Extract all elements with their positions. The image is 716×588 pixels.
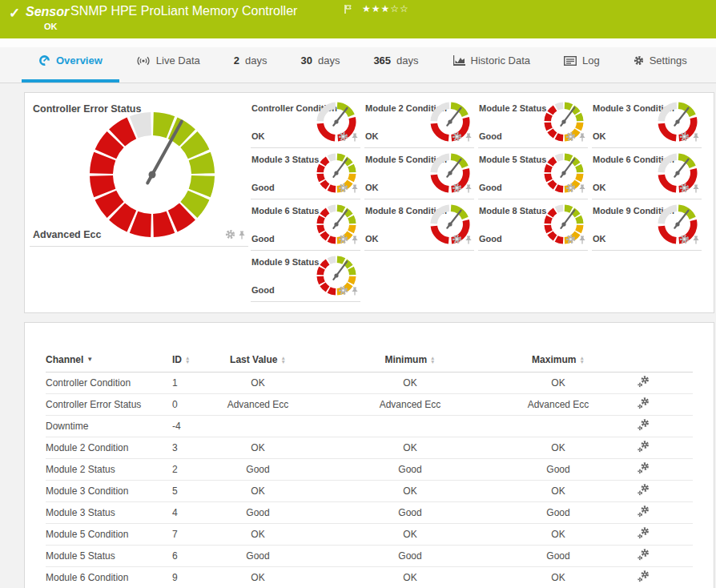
gauge-cell-module-2-status[interactable]: Module 2 StatusGood <box>478 97 588 148</box>
gauge-value: Good <box>479 183 502 192</box>
channel-settings-icon[interactable] <box>637 488 650 499</box>
last-value-cell: Good <box>218 545 298 566</box>
gauge-cell-module-8-status[interactable]: Module 8 StatusGood <box>478 199 588 251</box>
pin-icon[interactable] <box>351 182 359 196</box>
pin-icon[interactable] <box>351 233 359 248</box>
gauge-cell-module-5-condition[interactable]: Module 5 ConditionOK <box>364 148 474 199</box>
column-header-channel[interactable]: Channel▼ <box>46 348 172 372</box>
gear-icon[interactable] <box>338 233 348 248</box>
gear-icon[interactable] <box>679 182 690 196</box>
tab-live-data[interactable]: Live Data <box>119 38 217 83</box>
gear-icon[interactable] <box>565 131 576 145</box>
pin-icon[interactable] <box>692 131 700 145</box>
table-row: Controller Condition1OKOKOK <box>46 372 693 393</box>
pin-icon[interactable] <box>578 233 586 248</box>
last-value-cell: OK <box>218 437 298 458</box>
channel-settings-icon[interactable] <box>637 574 650 586</box>
gauge-cell-module-9-condition[interactable]: Module 9 ConditionOK <box>592 199 702 251</box>
tab-days[interactable]: 2days <box>217 38 284 83</box>
channel-table-body: Controller Condition1OKOKOKController Er… <box>46 372 693 588</box>
gauge-cell-module-8-condition[interactable]: Module 8 ConditionOK <box>364 199 474 251</box>
id-cell: 0 <box>172 393 218 415</box>
gauge-actions <box>565 131 586 145</box>
gauge-cell-module-3-condition[interactable]: Module 3 ConditionOK <box>592 97 702 148</box>
minimum-cell: Good <box>298 545 522 566</box>
pin-icon[interactable] <box>692 182 700 196</box>
last-value-cell <box>218 415 298 437</box>
pin-icon[interactable] <box>578 182 586 196</box>
pin-icon[interactable] <box>578 131 586 145</box>
sort-both-icon: ▲▼ <box>430 356 435 364</box>
channel-settings-icon[interactable] <box>637 445 650 456</box>
gear-icon[interactable] <box>338 284 348 299</box>
minimum-cell: OK <box>298 372 522 393</box>
tab-label: days <box>318 54 340 66</box>
channel-settings-icon[interactable] <box>637 380 650 391</box>
gauge-cell-module-6-condition[interactable]: Module 6 ConditionOK <box>592 148 702 199</box>
id-cell: -4 <box>172 415 218 437</box>
column-header-last-value[interactable]: Last Value▲▼ <box>218 348 298 372</box>
flag-icon[interactable] <box>344 2 352 17</box>
tab-label: days <box>396 54 418 66</box>
tab-days[interactable]: 30days <box>284 38 356 83</box>
id-cell: 4 <box>172 501 218 523</box>
channel-cell: Controller Condition <box>46 372 172 393</box>
channel-settings-icon[interactable] <box>637 401 650 413</box>
gear-icon[interactable] <box>679 131 690 145</box>
column-header-maximum[interactable]: Maximum▲▼ <box>522 348 594 372</box>
tab-historic-data[interactable]: Historic Data <box>436 38 547 83</box>
channel-cell: Controller Error Status <box>46 393 172 415</box>
gear-icon[interactable] <box>452 182 462 196</box>
gauge-title: Module 3 Status <box>251 155 319 164</box>
gear-icon[interactable] <box>565 233 576 248</box>
tab-number: 365 <box>373 54 391 66</box>
tab-settings[interactable]: Settings <box>617 38 704 83</box>
pin-icon[interactable] <box>351 284 359 299</box>
channel-settings-icon[interactable] <box>637 531 650 542</box>
last-value-cell: Good <box>218 501 298 523</box>
pin-icon[interactable] <box>692 233 700 248</box>
gauge-cell-module-5-status[interactable]: Module 5 StatusGood <box>478 148 588 199</box>
id-cell: 9 <box>172 566 218 588</box>
gear-icon[interactable] <box>338 131 348 145</box>
gear-icon[interactable] <box>565 182 576 196</box>
channel-settings-icon[interactable] <box>637 423 650 434</box>
gauge-value: OK <box>593 234 606 244</box>
gauge-value: Good <box>479 234 502 244</box>
column-header-minimum[interactable]: Minimum▲▼ <box>298 348 522 372</box>
tab-days[interactable]: 365days <box>356 38 435 83</box>
gauge-actions <box>452 233 473 248</box>
channel-settings-icon[interactable] <box>637 553 650 564</box>
column-header-id[interactable]: ID▲▼ <box>172 348 218 372</box>
priority-stars[interactable]: ★★★☆☆ <box>362 3 409 14</box>
primary-gauge-cell[interactable]: Controller Error Status Advanced Ecc <box>30 97 248 247</box>
gauge-icon <box>38 54 50 66</box>
last-value-cell: OK <box>218 523 298 545</box>
channel-settings-icon[interactable] <box>637 466 650 477</box>
gauge-cell-module-2-condition[interactable]: Module 2 ConditionOK <box>364 97 474 148</box>
gauge-cell-module-9-status[interactable]: Module 9 StatusGood <box>251 251 360 302</box>
pin-icon[interactable] <box>351 131 359 145</box>
gear-icon[interactable] <box>452 131 462 145</box>
channel-settings-icon[interactable] <box>637 509 650 521</box>
primary-gauge-actions <box>225 228 246 243</box>
maximum-cell: OK <box>522 480 594 501</box>
pin-icon[interactable] <box>465 233 473 248</box>
pin-icon[interactable] <box>465 131 473 145</box>
gauge-cell-module-3-status[interactable]: Module 3 StatusGood <box>251 148 360 199</box>
table-row: Module 2 Status2GoodGoodGood <box>46 458 693 480</box>
gear-icon[interactable] <box>338 182 348 196</box>
gauge-cell-module-6-status[interactable]: Module 6 StatusGood <box>251 199 360 251</box>
pin-icon[interactable] <box>238 228 246 243</box>
gauge-cell-controller-condition[interactable]: Controller ConditionOK <box>251 97 360 148</box>
gear-icon[interactable] <box>225 228 235 243</box>
channel-table-panel: Channel▼ID▲▼Last Value▲▼Minimum▲▼Maximum… <box>24 322 714 588</box>
gauge-actions <box>338 182 359 196</box>
tab-overview[interactable]: Overview <box>22 38 119 83</box>
tab-log[interactable]: Log <box>547 38 617 83</box>
pin-icon[interactable] <box>465 182 473 196</box>
gear-icon[interactable] <box>452 233 462 248</box>
primary-gauge[interactable] <box>87 110 217 243</box>
gear-icon[interactable] <box>679 233 690 248</box>
gauge-actions <box>679 131 700 145</box>
